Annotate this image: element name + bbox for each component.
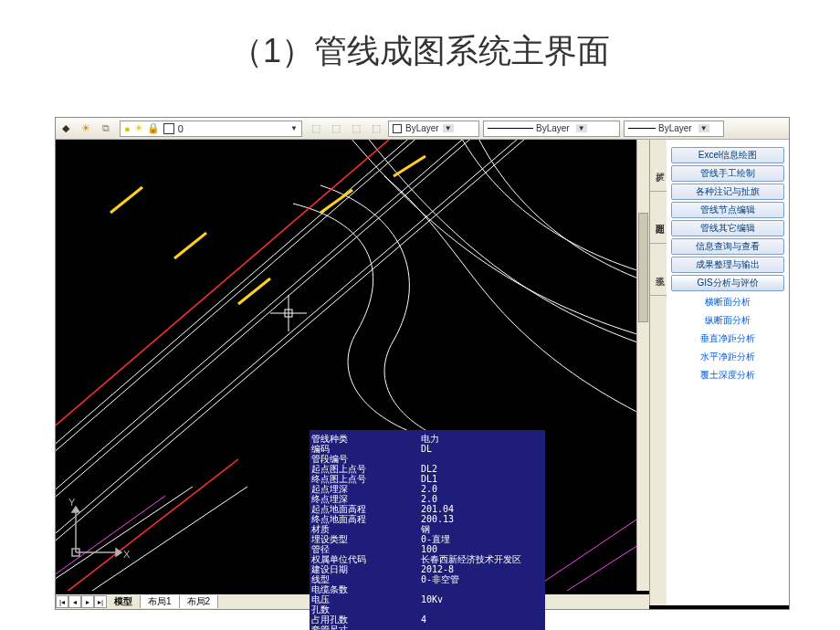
lineweight-preview: [628, 128, 656, 129]
menu-button[interactable]: GIS分析与评价: [671, 275, 785, 291]
scrollbar-thumb[interactable]: [638, 213, 648, 322]
info-row: 管径100: [311, 544, 543, 554]
chevron-down-icon[interactable]: ▼: [443, 124, 454, 132]
slide-title: （1）管线成图系统主界面: [0, 0, 840, 90]
info-key: 建设日期: [311, 564, 421, 574]
info-key: 终点地面高程: [311, 514, 421, 524]
submenu-item[interactable]: 垂直净距分析: [668, 330, 787, 348]
menu-button[interactable]: 各种注记与扯旗: [671, 184, 785, 200]
layer-tool-3-icon[interactable]: ⬚: [347, 120, 365, 138]
layer-states-icon[interactable]: ☀: [77, 120, 95, 138]
svg-line-1: [174, 233, 206, 258]
info-value: 电力: [421, 434, 543, 444]
info-row: 终点埋深2.0: [311, 494, 543, 504]
svg-text:X: X: [123, 549, 131, 560]
layer-toggle-icon[interactable]: ⧉: [97, 120, 115, 138]
tab-nav-next[interactable]: ▸: [81, 595, 94, 608]
info-row: 埋设类型0-直埋: [311, 534, 543, 544]
info-key: 管线种类: [311, 434, 421, 444]
layer-tool-2-icon[interactable]: ⬚: [327, 120, 345, 138]
svg-line-4: [394, 156, 425, 176]
menu-button[interactable]: 成果整理与输出: [671, 257, 785, 273]
info-row: 孔数: [311, 604, 543, 614]
layer-tool-1-icon[interactable]: ⬚: [307, 120, 325, 138]
layer-tool-4-icon[interactable]: ⬚: [367, 120, 385, 138]
info-value: 200.13: [421, 514, 543, 524]
tab-nav-first[interactable]: |◂: [56, 595, 68, 608]
submenu-item[interactable]: 横断面分析: [668, 293, 787, 311]
info-key: 孔数: [311, 604, 421, 614]
info-value: 钢: [421, 524, 543, 534]
chevron-down-icon[interactable]: ▼: [290, 124, 298, 132]
submenu-item[interactable]: 纵断面分析: [668, 311, 787, 330]
entity-info-tooltip: 管线种类电力编码DL管段编号起点图上点号DL2终点图上点号DL1起点埋深2.0终…: [310, 430, 545, 630]
svg-text:Y: Y: [68, 498, 76, 508]
info-key: 电压: [311, 594, 421, 604]
info-key: 起点地面高程: [311, 504, 421, 514]
info-row: 占用孔数4: [311, 614, 543, 625]
color-combo[interactable]: ByLayer ▼: [388, 121, 479, 137]
svg-line-0: [110, 187, 142, 213]
info-row: 起点埋深2.0: [311, 484, 543, 494]
tab-nav-last[interactable]: ▸|: [94, 595, 107, 608]
info-row: 终点地面高程200.13: [311, 514, 543, 524]
info-key: 终点图上点号: [311, 474, 421, 484]
layer-manager-icon[interactable]: ◆: [57, 120, 75, 138]
menu-button[interactable]: Excel信息绘图: [671, 147, 785, 163]
info-key: 终点埋深: [311, 494, 421, 504]
svg-marker-9: [116, 549, 121, 556]
linetype-preview: [488, 128, 533, 129]
info-value: [421, 625, 543, 630]
info-value: DL1: [421, 474, 543, 484]
side-vertical-tabs: 扩展 图面处理 系统: [650, 140, 667, 605]
info-row: 管线种类电力: [311, 434, 543, 444]
submenu-item[interactable]: 水平净距分析: [668, 348, 787, 366]
info-key: 权属单位代码: [311, 554, 421, 564]
info-value: 2.0: [421, 494, 543, 504]
info-row: 线型0-非空管: [311, 574, 543, 584]
info-key: 占用孔数: [311, 614, 421, 625]
layer-selector[interactable]: ● ☀ 🔒 0 ▼: [120, 121, 302, 137]
info-value: 0-直埋: [421, 534, 543, 544]
info-key: 埋设类型: [311, 534, 421, 544]
menu-button[interactable]: 管线其它编辑: [671, 220, 785, 236]
top-toolbar: ◆ ☀ ⧉ ● ☀ 🔒 0 ▼ ⬚ ⬚ ⬚ ⬚ ByLayer ▼ ByLaye…: [56, 118, 789, 140]
color-combo-label: ByLayer: [405, 123, 439, 133]
svg-line-2: [238, 278, 270, 304]
chevron-down-icon[interactable]: ▼: [576, 124, 587, 132]
vertical-scrollbar[interactable]: [636, 140, 649, 591]
info-row: 电缆条数: [311, 584, 543, 594]
info-value: 4: [421, 614, 543, 625]
layer-name: 0: [178, 123, 184, 134]
menu-button[interactable]: 管线节点编辑: [671, 202, 785, 218]
vtab-system[interactable]: 系统: [650, 244, 667, 296]
info-value: [421, 454, 543, 464]
tab-layout2[interactable]: 布局2: [180, 595, 219, 608]
info-value: 2.0: [421, 484, 543, 494]
tab-layout1[interactable]: 布局1: [141, 595, 180, 608]
layer-sun-icon: ☀: [134, 122, 143, 134]
layer-lock-icon: 🔒: [147, 122, 160, 134]
info-value: 201.04: [421, 504, 543, 514]
tab-nav-prev[interactable]: ◂: [68, 595, 81, 608]
info-key: 管段编号: [311, 454, 421, 464]
info-value: [421, 604, 543, 614]
side-panel: 扩展 图面处理 系统 Excel信息绘图管线手工绘制各种注记与扯旗管线节点编辑管…: [649, 140, 789, 605]
info-row: 套管尺寸: [311, 625, 543, 630]
tab-model[interactable]: 模型: [107, 595, 141, 608]
vtab-extend[interactable]: 扩展: [650, 140, 667, 192]
info-row: 终点图上点号DL1: [311, 474, 543, 484]
menu-button[interactable]: 信息查询与查看: [671, 238, 785, 255]
svg-line-3: [320, 190, 352, 213]
info-row: 起点地面高程201.04: [311, 504, 543, 514]
info-row: 电压10Kv: [311, 594, 543, 604]
menu-button[interactable]: 管线手工绘制: [671, 165, 785, 182]
info-value: 2012-8: [421, 564, 543, 574]
submenu-item[interactable]: 覆土深度分析: [668, 366, 787, 384]
lineweight-combo[interactable]: ByLayer ▼: [624, 121, 724, 137]
chevron-down-icon[interactable]: ▼: [698, 124, 709, 132]
linetype-combo[interactable]: ByLayer ▼: [483, 121, 620, 137]
vtab-drawing[interactable]: 图面处理: [650, 192, 667, 244]
info-value: DL2: [421, 464, 543, 474]
info-value: 0-非空管: [421, 574, 543, 584]
